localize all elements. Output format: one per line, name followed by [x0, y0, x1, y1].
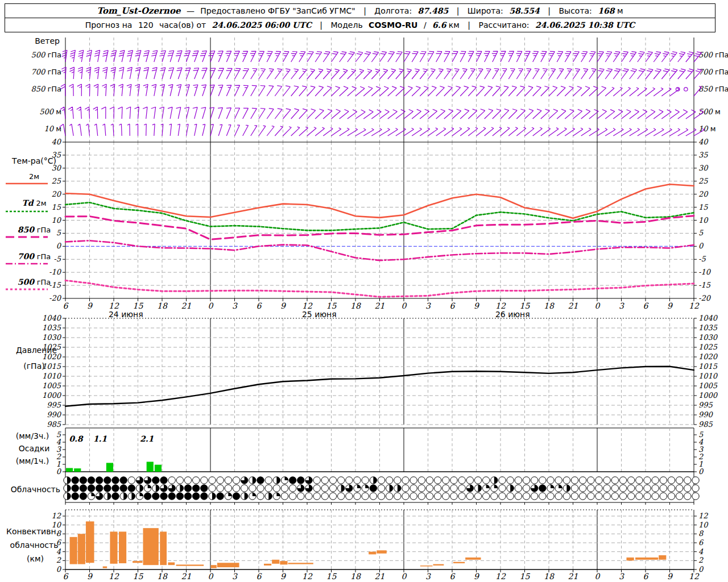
svg-text:500 гПа: 500 гПа: [18, 277, 51, 286]
chart-area: Ветер500 гПа500 гПа700 гПа700 гПа850 гПа…: [0, 0, 728, 582]
svg-text:18: 18: [350, 301, 361, 310]
convective-bar: [211, 565, 217, 568]
svg-text:995: 995: [47, 401, 61, 409]
svg-text:12: 12: [689, 572, 700, 581]
svg-text:6: 6: [643, 301, 649, 310]
svg-text:12: 12: [495, 301, 506, 310]
convective-bar: [86, 521, 94, 563]
svg-text:6: 6: [56, 538, 62, 547]
svg-text:1015: 1015: [698, 362, 718, 371]
svg-text:12: 12: [302, 572, 313, 581]
svg-text:10: 10: [51, 216, 61, 225]
slash: /: [424, 20, 427, 30]
svg-text:(мм/3ч.): (мм/3ч.): [16, 431, 49, 440]
precip-bar: [106, 463, 113, 472]
svg-text:15: 15: [520, 572, 531, 581]
separator: |: [465, 20, 473, 30]
svg-text:0: 0: [595, 301, 601, 310]
longitude-value: 87.485: [418, 6, 449, 15]
header-row-2: Прогноз на 120 часа(ов) от 24.06.2025 06…: [5, 18, 715, 32]
svg-text:1025: 1025: [698, 343, 718, 351]
svg-text:12: 12: [302, 301, 313, 310]
svg-text:995: 995: [698, 401, 713, 409]
precip-panel: (мм/3ч.)Осадки(мм/1ч.)5544332211000.81.1…: [16, 428, 704, 476]
convective-bar: [420, 566, 433, 567]
svg-text:12: 12: [689, 301, 700, 310]
svg-text:18: 18: [350, 572, 361, 581]
svg-text:18: 18: [544, 572, 555, 581]
svg-text:500 гПа: 500 гПа: [698, 51, 728, 59]
svg-text:850 гПа: 850 гПа: [698, 85, 728, 93]
convective-bar: [103, 567, 107, 568]
precip-bar: [155, 465, 162, 472]
meteogram-page: Tom_Ust-Ozernoe — Предоставлено ФГБУ "За…: [0, 0, 728, 582]
svg-text:21: 21: [181, 301, 192, 310]
convective-bar: [627, 558, 634, 560]
svg-text:3: 3: [232, 301, 238, 310]
svg-text:(км): (км): [27, 554, 44, 563]
svg-text:1030: 1030: [42, 333, 62, 342]
svg-text:21: 21: [181, 572, 192, 581]
svg-text:12: 12: [495, 572, 506, 581]
convective-bar: [272, 560, 279, 564]
header-box: Tom_Ust-Ozernoe — Предоставлено ФГБУ "За…: [5, 3, 715, 32]
separator: |: [454, 6, 462, 15]
svg-text:15: 15: [326, 301, 337, 310]
model-name: COSMO-RU: [369, 20, 417, 30]
svg-text:1040: 1040: [698, 314, 718, 322]
svg-text:0.8: 0.8: [69, 434, 84, 443]
svg-text:26 июня: 26 июня: [495, 310, 530, 319]
forecast-label: Прогноз на: [85, 20, 133, 30]
wind-panel: Ветер500 гПа500 гПа700 гПа700 гПа850 гПа…: [31, 36, 728, 142]
svg-text:Облачность: Облачность: [11, 485, 60, 494]
convective-bar: [433, 564, 444, 566]
svg-text:9: 9: [87, 572, 93, 581]
svg-text:0: 0: [56, 467, 62, 476]
svg-text:4: 4: [698, 547, 704, 556]
model-label: Модель: [331, 20, 363, 30]
svg-text:1005: 1005: [698, 381, 718, 390]
separator: |: [545, 6, 553, 15]
svg-text:21: 21: [568, 572, 578, 581]
convective-bar: [635, 558, 658, 560]
convective-bar: [78, 534, 85, 564]
svg-text:15: 15: [520, 301, 531, 310]
svg-text:25 июня: 25 июня: [302, 310, 337, 319]
svg-text:30: 30: [698, 164, 709, 172]
svg-text:1020: 1020: [42, 352, 62, 361]
svg-text:3: 3: [619, 572, 624, 581]
svg-text:700 гПа: 700 гПа: [18, 252, 51, 261]
svg-text:2: 2: [698, 556, 704, 564]
svg-text:облачность: облачность: [10, 541, 59, 550]
convective-bar: [176, 564, 204, 566]
svg-text:20: 20: [698, 190, 709, 198]
svg-text:0: 0: [698, 242, 704, 250]
svg-text:21: 21: [375, 572, 385, 581]
svg-text:Конвективн.: Конвективн.: [6, 527, 59, 536]
svg-text:1010: 1010: [698, 372, 718, 380]
svg-text:1.1: 1.1: [93, 434, 107, 443]
svg-text:9: 9: [667, 301, 673, 310]
precip-bar: [147, 462, 154, 472]
svg-text:6: 6: [257, 572, 262, 581]
provider-text: Предоставлено ФГБУ "ЗапСиб УГМС": [200, 6, 355, 15]
svg-text:25: 25: [51, 177, 61, 185]
calculated-label: Рассчитано:: [479, 20, 530, 30]
svg-text:15: 15: [133, 572, 144, 581]
longitude-label: Долгота:: [374, 6, 412, 15]
svg-text:24 июня: 24 июня: [109, 310, 143, 319]
svg-text:500 м: 500 м: [39, 107, 61, 116]
svg-text:0: 0: [402, 572, 407, 581]
svg-text:15: 15: [133, 301, 144, 310]
convective-bar: [70, 537, 77, 564]
svg-text:1020: 1020: [698, 352, 718, 361]
forecast-hours: 120: [138, 20, 154, 30]
header-dash: —: [187, 6, 195, 15]
svg-text:-10: -10: [49, 268, 62, 276]
svg-text:1005: 1005: [42, 381, 61, 390]
svg-text:18: 18: [157, 301, 168, 310]
altitude-value: 168: [598, 6, 614, 15]
svg-text:12: 12: [698, 512, 708, 520]
station-name: Tom_Ust-Ozernoe: [97, 6, 180, 16]
svg-text:-10: -10: [698, 268, 712, 276]
